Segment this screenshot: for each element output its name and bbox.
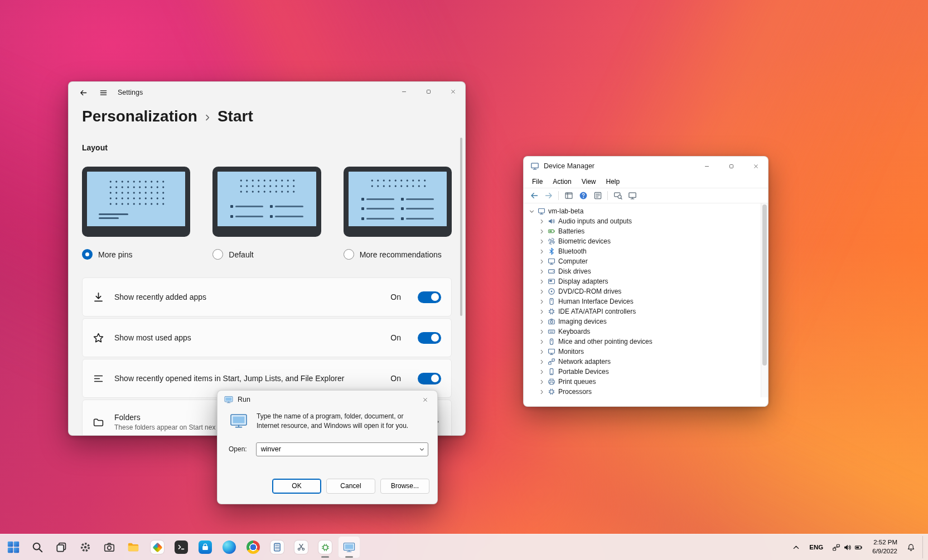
- device-category-portable-devices[interactable]: Portable Devices: [524, 367, 768, 377]
- back-button[interactable]: [74, 84, 92, 101]
- expand-chevron-icon[interactable]: [539, 349, 545, 355]
- device-category-batteries[interactable]: Batteries: [524, 226, 768, 236]
- expand-chevron-icon[interactable]: [539, 279, 545, 285]
- device-category-audio-inputs-and-outputs[interactable]: Audio inputs and outputs: [524, 216, 768, 226]
- file-explorer-button[interactable]: [122, 536, 144, 558]
- layout-preview-more-pins[interactable]: [82, 167, 190, 237]
- maximize-button[interactable]: [416, 82, 441, 101]
- clock-button[interactable]: 2:52 PM 6/9/2022: [868, 536, 902, 558]
- photos-app-button[interactable]: [146, 536, 168, 558]
- menu-help[interactable]: Help: [601, 177, 625, 187]
- expand-chevron-icon[interactable]: [539, 379, 545, 385]
- expand-chevron-icon[interactable]: [539, 259, 545, 265]
- show-desktop-button[interactable]: [922, 536, 926, 558]
- device-category-bluetooth[interactable]: Bluetooth: [524, 246, 768, 256]
- collapse-chevron-icon[interactable]: [529, 208, 535, 215]
- radio-default[interactable]: Default: [212, 249, 321, 260]
- language-button[interactable]: ENG: [805, 536, 827, 558]
- device-category-computer[interactable]: Computer: [524, 256, 768, 266]
- menu-action[interactable]: Action: [548, 177, 576, 187]
- expand-chevron-icon[interactable]: [539, 329, 545, 335]
- toolbar-forward-icon[interactable]: [544, 191, 553, 201]
- layout-preview-more-recommendations[interactable]: [344, 167, 452, 237]
- cancel-button[interactable]: Cancel: [326, 479, 375, 494]
- browser-app-button[interactable]: [242, 536, 264, 558]
- store-app-button[interactable]: [194, 536, 216, 558]
- maximize-button[interactable]: [719, 157, 743, 176]
- expand-chevron-icon[interactable]: [539, 249, 545, 255]
- device-category-keyboards[interactable]: Keyboards: [524, 327, 768, 337]
- terminal-app-button[interactable]: [170, 536, 192, 558]
- expand-chevron-icon[interactable]: [539, 218, 545, 225]
- recently-opened-items-toggle[interactable]: [418, 373, 441, 384]
- breadcrumb-personalization[interactable]: Personalization: [82, 108, 197, 125]
- device-category-human-interface-devices[interactable]: Human Interface Devices: [524, 296, 768, 306]
- expand-chevron-icon[interactable]: [539, 339, 545, 345]
- device-category-disk-drives[interactable]: Disk drives: [524, 266, 768, 276]
- toolbar-legacy-hardware-icon[interactable]: [627, 191, 637, 201]
- device-category-processors[interactable]: Processors: [524, 387, 768, 397]
- run-app-button[interactable]: [338, 536, 360, 558]
- quick-settings-button[interactable]: [828, 536, 867, 558]
- combobox-dropdown-button[interactable]: [415, 443, 428, 456]
- start-button[interactable]: [2, 536, 25, 558]
- close-button[interactable]: [413, 391, 437, 408]
- settings-app-button[interactable]: [74, 536, 96, 558]
- notification-center-button[interactable]: [903, 536, 919, 558]
- expand-chevron-icon[interactable]: [539, 369, 545, 375]
- task-view-button[interactable]: [50, 536, 72, 558]
- toolbar-properties-icon[interactable]: [593, 191, 602, 201]
- menu-file[interactable]: File: [527, 177, 548, 187]
- expand-chevron-icon[interactable]: [539, 309, 545, 315]
- device-category-imaging-devices[interactable]: Imaging devices: [524, 316, 768, 327]
- device-category-display-adapters[interactable]: Display adapters: [524, 276, 768, 286]
- expand-chevron-icon[interactable]: [539, 228, 545, 235]
- minimize-button[interactable]: [392, 82, 416, 101]
- calculator-app-button[interactable]: [266, 536, 288, 558]
- toolbar-back-icon[interactable]: [529, 191, 539, 201]
- device-category-print-queues[interactable]: Print queues: [524, 377, 768, 387]
- snipping-tool-button[interactable]: [290, 536, 312, 558]
- settings-scrollbar[interactable]: [460, 138, 462, 316]
- browse-button[interactable]: Browse...: [380, 479, 429, 494]
- device-category-mice-and-other-pointing-devices[interactable]: Mice and other pointing devices: [524, 337, 768, 347]
- device-category-biometric-devices[interactable]: Biometric devices: [524, 236, 768, 246]
- most-used-apps-toggle[interactable]: [418, 332, 441, 344]
- device-tree-root[interactable]: vm-lab-beta: [524, 206, 768, 216]
- device-manager-scrollbar[interactable]: [761, 203, 768, 397]
- minimize-button[interactable]: [694, 157, 719, 176]
- search-button[interactable]: [26, 536, 49, 558]
- taskbar-apps: [2, 536, 360, 558]
- run-open-input[interactable]: [257, 445, 415, 453]
- device-category-ide-ata-atapi-controllers[interactable]: IDE ATA/ATAPI controllers: [524, 306, 768, 316]
- device-category-dvd-cd-rom-drives[interactable]: DVD/CD-ROM drives: [524, 286, 768, 296]
- device-category-network-adapters[interactable]: Network adapters: [524, 357, 768, 367]
- expand-chevron-icon[interactable]: [539, 289, 545, 295]
- hamburger-menu-button[interactable]: [94, 84, 112, 101]
- expand-chevron-icon[interactable]: [539, 359, 545, 365]
- toolbar-help-icon[interactable]: [578, 191, 588, 201]
- hidden-icons-button[interactable]: [788, 536, 804, 558]
- expand-chevron-icon[interactable]: [539, 269, 545, 275]
- close-button[interactable]: [743, 157, 768, 176]
- scrollbar-thumb[interactable]: [762, 204, 767, 366]
- expand-chevron-icon[interactable]: [539, 319, 545, 325]
- close-button[interactable]: [441, 82, 465, 101]
- radio-more-pins[interactable]: More pins: [82, 249, 190, 260]
- toolbar-console-tree-icon[interactable]: [564, 191, 573, 201]
- expand-chevron-icon[interactable]: [539, 299, 545, 305]
- radio-more-recommendations[interactable]: More recommendations: [344, 249, 452, 260]
- expand-chevron-icon[interactable]: [539, 238, 545, 245]
- menu-view[interactable]: View: [577, 177, 601, 187]
- edge-browser-button[interactable]: [218, 536, 240, 558]
- camera-app-button[interactable]: [98, 536, 120, 558]
- layout-preview-default[interactable]: [212, 167, 321, 237]
- toolbar-scan-hardware-icon[interactable]: [613, 191, 622, 201]
- recently-added-apps-toggle[interactable]: [418, 291, 441, 303]
- ok-button[interactable]: OK: [272, 479, 321, 494]
- layout-previews: [82, 167, 452, 237]
- device-category-monitors[interactable]: Monitors: [524, 347, 768, 357]
- expand-chevron-icon[interactable]: [539, 389, 545, 395]
- terminal-icon: [175, 540, 188, 554]
- device-manager-app-button[interactable]: [314, 536, 336, 558]
